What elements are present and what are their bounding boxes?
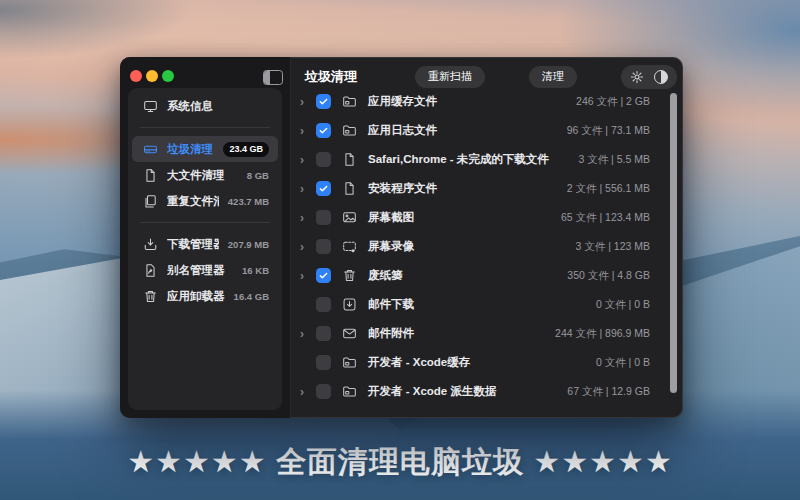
checkbox-unchecked[interactable]	[316, 239, 331, 254]
row-label: 安装程序文件	[368, 181, 437, 196]
sidebar-item-label: 垃圾清理	[167, 142, 214, 157]
alias-icon	[143, 263, 158, 278]
sidebar-toggle-icon[interactable]	[263, 70, 283, 85]
expand-chevron-icon[interactable]: ›	[300, 153, 313, 167]
row-count-size: 0 文件 | 0 B	[596, 298, 650, 312]
row-label: 邮件下载	[368, 297, 414, 312]
clean-button[interactable]: 清理	[529, 66, 577, 88]
minimize-button[interactable]	[146, 70, 158, 82]
trash-icon	[342, 268, 357, 283]
cleanup-row: ›安装程序文件2 文件 | 556.1 MB	[290, 174, 683, 203]
appearance-contrast-icon[interactable]	[654, 70, 668, 84]
traffic-lights	[130, 70, 174, 82]
marketing-caption: ★★★★★ 全面清理电脑垃圾 ★★★★★	[0, 442, 800, 483]
sidebar-item-应用卸载器[interactable]: 应用卸载器16.4 GB	[132, 283, 278, 309]
checkbox-checked[interactable]	[316, 268, 331, 283]
cleanup-row: ›开发者 - Xcode缓存0 文件 | 0 B	[290, 348, 683, 377]
sidebar-item-label: 重复文件清理	[167, 194, 219, 209]
checkbox-unchecked[interactable]	[316, 152, 331, 167]
row-label: 废纸篓	[368, 268, 403, 283]
rescan-button[interactable]: 重新扫描	[415, 66, 485, 88]
cleanup-row: ›屏幕录像3 文件 | 123 MB	[290, 232, 683, 261]
sidebar-item-别名管理器[interactable]: 别名管理器16 KB	[132, 257, 278, 283]
row-count-size: 350 文件 | 4.8 GB	[567, 269, 650, 283]
row-count-size: 96 文件 | 73.1 MB	[567, 124, 650, 138]
settings-gear-icon[interactable]	[630, 70, 644, 84]
expand-chevron-icon[interactable]: ›	[300, 211, 313, 225]
document-icon	[342, 152, 357, 167]
cleanup-row: ›屏幕截图65 文件 | 123.4 MB	[290, 203, 683, 232]
header-icons-group	[621, 65, 677, 89]
sidebar-item-label: 系统信息	[167, 99, 269, 114]
documents-icon	[143, 194, 158, 209]
row-label: 开发者 - Xcode缓存	[368, 355, 470, 370]
close-button[interactable]	[130, 70, 142, 82]
expand-chevron-icon[interactable]: ›	[300, 269, 313, 283]
scrollbar-thumb[interactable]	[670, 93, 677, 393]
row-count-size: 3 文件 | 123 MB	[575, 240, 650, 254]
expand-chevron-icon[interactable]: ›	[300, 182, 313, 196]
cleanup-row: ›废纸篓350 文件 | 4.8 GB	[290, 261, 683, 290]
row-label: Safari,Chrome - 未完成的下载文件	[368, 152, 549, 167]
document-icon	[342, 181, 357, 196]
sidebar-item-大文件清理[interactable]: 大文件清理8 GB	[132, 162, 278, 188]
checkbox-unchecked[interactable]	[316, 297, 331, 312]
checkbox-checked[interactable]	[316, 123, 331, 138]
display-icon	[143, 99, 158, 114]
row-label: 应用日志文件	[368, 123, 437, 138]
folder-files-icon	[342, 94, 357, 109]
sidebar-item-下载管理器[interactable]: 下载管理器207.9 MB	[132, 231, 278, 257]
screenshot-icon	[342, 210, 357, 225]
size-value: 16.4 GB	[234, 291, 269, 302]
cleanup-row: ›邮件下载0 文件 | 0 B	[290, 290, 683, 319]
cleanup-item-list: ›应用缓存文件246 文件 | 2 GB›应用日志文件96 文件 | 73.1 …	[290, 87, 683, 406]
cleanup-row: ›邮件附件244 文件 | 896.9 MB	[290, 319, 683, 348]
cleanup-row: ›Safari,Chrome - 未完成的下载文件3 文件 | 5.5 MB	[290, 145, 683, 174]
sidebar-divider	[140, 222, 270, 223]
row-label: 屏幕截图	[368, 210, 414, 225]
sidebar-item-重复文件清理[interactable]: 重复文件清理423.7 MB	[132, 188, 278, 214]
cleanup-row: ›开发者 - Xcode 派生数据67 文件 | 12.9 GB	[290, 377, 683, 406]
folder-files-icon	[342, 355, 357, 370]
expand-chevron-icon[interactable]: ›	[300, 240, 313, 254]
sidebar-column: 系统信息垃圾清理23.4 GB大文件清理8 GB重复文件清理423.7 MB下载…	[120, 57, 291, 418]
sidebar-item-垃圾清理[interactable]: 垃圾清理23.4 GB	[132, 136, 278, 162]
size-value: 8 GB	[247, 170, 269, 181]
document-icon	[143, 168, 158, 183]
size-value: 16 KB	[242, 265, 269, 276]
row-count-size: 246 文件 | 2 GB	[576, 95, 650, 109]
drive-icon	[143, 142, 158, 157]
header-actions: 重新扫描 清理	[415, 65, 677, 89]
row-count-size: 244 文件 | 896.9 MB	[555, 327, 650, 341]
mail-download-icon	[342, 297, 357, 312]
size-value: 207.9 MB	[228, 239, 269, 250]
checkbox-unchecked[interactable]	[316, 355, 331, 370]
main-content: 垃圾清理 重新扫描 清理 ›应用缓存文件246 文件 | 2 GB›应用日志文件…	[290, 57, 683, 418]
sidebar-panel: 系统信息垃圾清理23.4 GB大文件清理8 GB重复文件清理423.7 MB下载…	[128, 88, 282, 410]
sidebar-item-系统信息[interactable]: 系统信息	[132, 93, 278, 119]
expand-chevron-icon[interactable]: ›	[300, 327, 313, 341]
row-count-size: 67 文件 | 12.9 GB	[567, 385, 650, 399]
sidebar-item-label: 别名管理器	[167, 263, 233, 278]
checkbox-checked[interactable]	[316, 94, 331, 109]
checkbox-unchecked[interactable]	[316, 384, 331, 399]
sidebar-item-label: 大文件清理	[167, 168, 238, 183]
zoom-button[interactable]	[162, 70, 174, 82]
app-window: 系统信息垃圾清理23.4 GB大文件清理8 GB重复文件清理423.7 MB下载…	[120, 57, 683, 418]
checkbox-checked[interactable]	[316, 181, 331, 196]
sidebar-item-label: 应用卸载器	[167, 289, 225, 304]
expand-chevron-icon[interactable]: ›	[300, 124, 313, 138]
download-icon	[143, 237, 158, 252]
row-label: 邮件附件	[368, 326, 414, 341]
cleanup-row: ›应用缓存文件246 文件 | 2 GB	[290, 87, 683, 116]
expand-chevron-icon[interactable]: ›	[300, 385, 313, 399]
screen-record-icon	[342, 239, 357, 254]
envelope-icon	[342, 326, 357, 341]
row-label: 应用缓存文件	[368, 94, 437, 109]
checkbox-unchecked[interactable]	[316, 326, 331, 341]
expand-chevron-icon[interactable]: ›	[300, 95, 313, 109]
sidebar-divider	[140, 127, 270, 128]
sidebar-item-label: 下载管理器	[167, 237, 219, 252]
page-title: 垃圾清理	[305, 68, 357, 86]
checkbox-unchecked[interactable]	[316, 210, 331, 225]
